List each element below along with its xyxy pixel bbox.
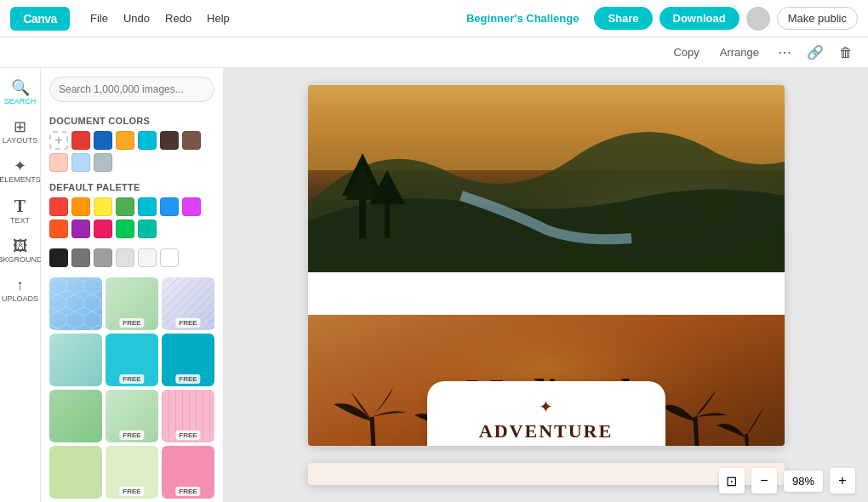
adventure-title: ADVENTURE CLUB — [470, 420, 623, 446]
bg-thumb-6[interactable]: FREE — [162, 334, 214, 386]
secondbar: Copy Arrange ⋯ 🔗 🗑 — [0, 37, 868, 68]
color-swatch-white[interactable] — [160, 248, 179, 267]
download-button[interactable]: Download — [660, 7, 740, 30]
background-icon: 🖼 — [13, 238, 28, 254]
zoom-level-display[interactable]: 98% — [784, 471, 823, 492]
canvas-page-2 — [308, 463, 785, 485]
sidebar-item-text[interactable]: T TEXT — [2, 192, 39, 230]
svg-rect-16 — [385, 200, 390, 238]
elements-icon: ✦ — [14, 158, 26, 174]
color-swatch-teal[interactable] — [138, 131, 157, 150]
color-swatch-dp[interactable] — [71, 220, 90, 238]
default-palette-title: DEFAULT PALETTE — [49, 182, 214, 192]
color-swatch-black[interactable] — [49, 248, 68, 267]
color-swatch-yellow[interactable] — [116, 131, 134, 150]
color-swatch-sky[interactable] — [71, 153, 90, 172]
color-swatch-dy[interactable] — [94, 197, 112, 216]
layouts-icon: ⊞ — [14, 119, 26, 134]
badge-shape: ✦ ADVENTURE CLUB CLAIM NEW GROUNDS — [427, 381, 665, 446]
bg-thumb-2[interactable]: FREE — [106, 277, 158, 330]
bg-thumb-7[interactable] — [49, 390, 102, 442]
svg-rect-1 — [49, 277, 102, 330]
color-swatch-dg[interactable] — [116, 197, 134, 216]
bg-thumb-9[interactable]: FREE — [162, 390, 214, 442]
bg-thumb-5[interactable]: FREE — [106, 334, 158, 386]
free-badge: FREE — [175, 374, 200, 384]
make-public-button[interactable]: Make public — [777, 7, 858, 30]
free-badge: FREE — [175, 431, 200, 440]
free-badge: FREE — [119, 431, 144, 440]
sidebar-item-bkground[interactable]: 🖼 BKGROUND — [2, 233, 39, 269]
badge-star-icon: ✦ — [470, 396, 623, 417]
uploads-icon: ↑ — [16, 277, 24, 293]
bg-thumb-8[interactable]: FREE — [106, 390, 158, 442]
free-badge: FREE — [175, 318, 200, 328]
color-swatch-dpk[interactable] — [94, 220, 112, 238]
color-panel: DOCUMENT COLORS + DEFAULT PALETTE — [41, 68, 224, 502]
add-color-button[interactable]: + — [49, 131, 68, 150]
present-button[interactable]: ⊡ — [719, 468, 745, 493]
adventure-badge[interactable]: ✦ ADVENTURE CLUB CLAIM NEW GROUNDS — [427, 381, 665, 446]
bg-thumb-3[interactable]: FREE — [162, 277, 214, 330]
bg-thumb-4[interactable] — [49, 334, 102, 386]
bottombar: ⊡ − 98% + — [719, 468, 855, 493]
zoom-in-button[interactable]: + — [830, 468, 855, 493]
color-swatch-brown-dark[interactable] — [160, 131, 179, 150]
color-swatch-blue-grey[interactable] — [94, 153, 112, 172]
menu-help[interactable]: Help — [200, 9, 237, 28]
color-swatch-light-grey[interactable] — [116, 248, 134, 267]
search-icon: 🔍 — [11, 80, 30, 95]
main-layout: 🔍 SEARCH ⊞ LAYOUTS ✦ ELEMENTS T TEXT 🖼 B… — [0, 68, 868, 502]
top-right-actions: Beginner's Challenge Share Download Make… — [458, 7, 858, 31]
topbar: Canva File Undo Redo Help Beginner's Cha… — [0, 0, 868, 37]
color-swatch-dd[interactable] — [49, 220, 68, 238]
color-swatch-dm[interactable] — [182, 197, 201, 216]
doc-colors-grid: + — [49, 131, 214, 172]
sidebar-item-elements[interactable]: ✦ ELEMENTS — [2, 153, 39, 189]
grayscale-grid — [49, 248, 214, 267]
color-swatch-dr[interactable] — [49, 197, 68, 216]
color-swatch-grey[interactable] — [94, 248, 112, 267]
menu-file[interactable]: File — [83, 9, 115, 28]
bg-thumb-12[interactable]: FREE — [162, 446, 214, 499]
bg-thumb-10[interactable] — [49, 446, 102, 499]
share-button[interactable]: Share — [594, 7, 652, 30]
color-swatch-db[interactable] — [160, 197, 179, 216]
zoom-out-button[interactable]: − — [751, 468, 777, 493]
search-input[interactable] — [49, 77, 214, 102]
menu-redo[interactable]: Redo — [158, 9, 198, 28]
design-photo-top — [308, 85, 785, 272]
background-thumbnails: FREE FREE FREE FREE — [49, 277, 214, 502]
sidebar-item-layouts[interactable]: ⊞ LAYOUTS — [2, 114, 39, 150]
link-icon[interactable]: 🔗 — [803, 41, 827, 65]
sidebar-item-search[interactable]: 🔍 SEARCH — [2, 75, 39, 111]
grid-icon[interactable]: ⋯ — [773, 41, 797, 65]
trash-icon[interactable]: 🗑 — [834, 41, 858, 65]
avatar[interactable] — [746, 7, 770, 31]
color-swatch-dlg[interactable] — [116, 220, 134, 238]
color-swatch-near-white[interactable] — [138, 248, 157, 267]
canva-logo[interactable]: Canva — [10, 7, 70, 31]
copy-button[interactable]: Copy — [666, 43, 705, 62]
color-swatch-red[interactable] — [71, 131, 90, 150]
color-swatch-blue[interactable] — [94, 131, 112, 150]
color-swatch-dteal[interactable] — [138, 220, 157, 238]
challenge-button[interactable]: Beginner's Challenge — [458, 7, 587, 30]
menu-undo[interactable]: Undo — [117, 9, 157, 28]
text-icon: T — [14, 197, 26, 214]
free-badge: FREE — [119, 318, 144, 328]
bg-thumb-11[interactable]: FREE — [106, 446, 158, 499]
color-swatch-dc[interactable] — [138, 197, 157, 216]
color-swatch-do[interactable] — [71, 197, 90, 216]
free-badge: FREE — [119, 487, 144, 496]
arrange-button[interactable]: Arrange — [713, 43, 766, 62]
top-menu: File Undo Redo Help — [83, 9, 237, 28]
color-swatch-dark-grey[interactable] — [71, 248, 90, 267]
color-swatch-peach[interactable] — [49, 153, 68, 172]
free-badge: FREE — [119, 374, 144, 384]
sidebar-item-uploads[interactable]: ↑ UPLOADS — [2, 272, 39, 308]
doc-colors-title: DOCUMENT COLORS — [49, 116, 214, 126]
bg-thumb-1[interactable] — [49, 277, 102, 330]
color-swatch-brown[interactable] — [182, 131, 201, 150]
canvas-page-1: ✦ ADVENTURE CLUB CLAIM NEW GROUNDS — [308, 85, 785, 446]
